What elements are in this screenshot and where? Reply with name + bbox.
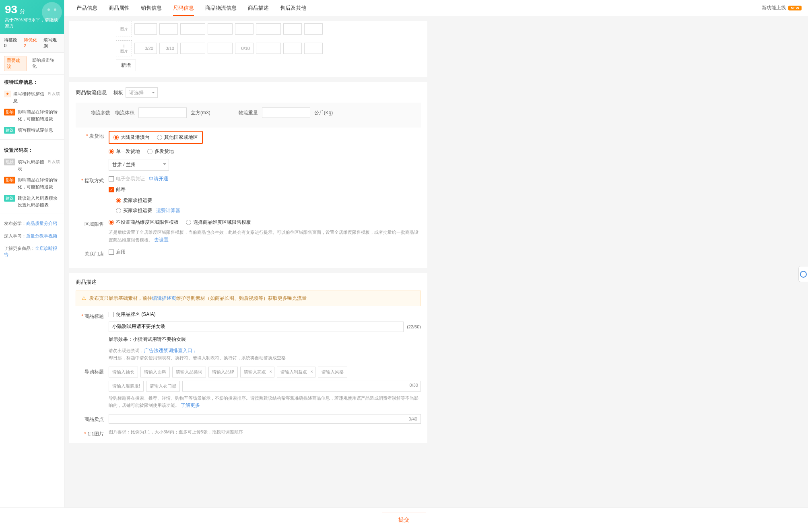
feedback-link[interactable]: ⎘ 反馈 — [48, 91, 60, 97]
tab-logistics-info[interactable]: 商品物流信息 — [200, 0, 242, 16]
status-fill-rules[interactable]: 填写规则 — [43, 37, 60, 49]
impact-tag: 影响 — [4, 109, 15, 115]
score-value: 93 — [5, 4, 17, 15]
sellpoint-input[interactable]: 0/40 — [109, 414, 421, 424]
quality-video-link[interactable]: 质量分教学视频 — [26, 233, 57, 238]
radio-multi-ship[interactable]: 多发货地 — [147, 148, 174, 155]
checkbox-use-brand[interactable]: 使用品牌名 (SAIA) — [109, 311, 156, 318]
impact-tag: 影响 — [4, 177, 15, 184]
size-cell[interactable] — [256, 23, 281, 35]
close-icon[interactable]: × — [270, 369, 272, 374]
apply-open-link[interactable]: 申请开通 — [149, 175, 168, 182]
feedback-link[interactable]: ⎘ 反馈 — [48, 159, 60, 165]
img-upload-box[interactable]: 图片 — [116, 21, 132, 37]
tab-after-sales[interactable]: 售后及其他 — [274, 0, 312, 16]
guide-char-count: 0/30 — [182, 381, 421, 392]
store-label: 关联门店 — [76, 249, 104, 258]
size-cell[interactable] — [235, 23, 254, 35]
footer-bar: 提交 — [0, 507, 808, 532]
template-select[interactable]: 请选择 — [126, 87, 158, 98]
size-status-item[interactable]: 现状 填写尺码参照表 ⎘ 反馈 — [0, 156, 64, 174]
checkbox-post[interactable]: 邮寄 — [109, 186, 126, 193]
size-cell[interactable] — [134, 23, 157, 35]
size-cell[interactable] — [180, 23, 205, 35]
volume-input[interactable] — [138, 107, 187, 118]
size-impact-item: 影响 影响商品在详情的转化，可能拍错退款 — [0, 174, 64, 192]
status-pending-optimize[interactable]: 待优化 2 — [24, 37, 39, 49]
size-cell[interactable] — [283, 23, 302, 35]
radio-no-region-limit[interactable]: 不设置商品维度区域限售模板 — [109, 219, 179, 226]
status-pending-fix[interactable]: 待整改 0 — [4, 37, 20, 49]
params-label: 物流参数 — [82, 107, 110, 116]
pill-important[interactable]: 重要建议 — [4, 56, 27, 71]
size-cell[interactable] — [159, 23, 178, 35]
score-subtext: 高于75%同行水平，请继续努力 — [5, 17, 59, 29]
status-row: 待整改 0 待优化 2 填写规则 — [0, 34, 64, 53]
title-char-count: (22/60) — [407, 324, 421, 329]
tabs-bar: 产品信息 商品属性 销售信息 尺码信息 商品物流信息 商品描述 售后及其他 新功… — [64, 0, 808, 16]
tab-product-attr[interactable]: 商品属性 — [103, 0, 135, 16]
tab-product-info[interactable]: 产品信息 — [71, 0, 103, 16]
float-help-widget[interactable] — [798, 266, 808, 282]
guide-placket-input[interactable]: 请输入衣门襟 — [146, 381, 180, 392]
freight-calc-link[interactable]: 运费计算器 — [156, 207, 180, 214]
size-cell[interactable] — [208, 23, 233, 35]
close-icon[interactable]: × — [311, 369, 313, 374]
new-feature[interactable]: 新功能上线 NEW — [762, 4, 802, 11]
radio-buyer-freight[interactable]: 买家承担运费 — [116, 207, 152, 214]
to-setting-link[interactable]: 去设置 — [154, 237, 169, 243]
more-products-row: 了解更多商品：全店诊断报告 — [0, 242, 64, 261]
guide-fabric-input[interactable]: 请输入面料 — [140, 367, 170, 377]
size-cell[interactable] — [304, 23, 323, 35]
radio-other-countries[interactable]: 其他国家或地区 — [157, 134, 198, 141]
product-title-input[interactable] — [109, 322, 404, 332]
size-cell[interactable]: 0/10 — [235, 43, 254, 54]
guide-category-input[interactable]: 请输入品类词 — [172, 367, 206, 377]
size-input-row-1: 图片 — [116, 21, 421, 37]
guide-title-label: 导购标题 — [76, 367, 104, 375]
guide-sleeve-input[interactable]: 请输入袖长 — [109, 367, 138, 377]
score-unit: 分 — [20, 8, 25, 14]
tab-sales-info[interactable]: 销售信息 — [135, 0, 167, 16]
logistics-card: 商品物流信息 模板 请选择 物流参数 物流体积 立方(m3) — [69, 82, 427, 268]
size-cell[interactable] — [304, 43, 323, 54]
model-star-item[interactable]: ★ 填写模特试穿信息 ⎘ 反馈 — [0, 88, 64, 106]
location-dropdown[interactable]: 甘肃 / 兰州 — [109, 159, 169, 171]
shipfrom-label: 发货地 — [76, 131, 104, 140]
learn-publish-row: 发布必学：商品质量分介绍 — [0, 217, 64, 230]
submit-button[interactable]: 提交 — [382, 513, 426, 527]
add-row-button[interactable]: 新增 — [116, 60, 136, 71]
size-cell[interactable] — [180, 43, 205, 54]
radio-region-limit-template[interactable]: 选择商品维度区域限售模板 — [186, 219, 251, 226]
learn-more-link[interactable]: 了解更多 — [181, 402, 200, 408]
plus-icon: + — [122, 43, 126, 49]
size-cell[interactable] — [256, 43, 281, 54]
size-cell[interactable] — [208, 43, 233, 54]
size-cell[interactable] — [283, 43, 302, 54]
tab-product-desc[interactable]: 商品描述 — [242, 0, 274, 16]
radio-single-ship[interactable]: 单一发货地 — [109, 148, 140, 155]
guide-fit-input[interactable]: 请输入服装版! — [109, 381, 144, 392]
star-icon: ★ — [4, 91, 11, 97]
checkbox-ecert[interactable]: 电子交易凭证 — [109, 175, 145, 182]
guide-style-input[interactable]: 请输入风格 — [318, 367, 347, 377]
size-cell[interactable]: 0/10 — [159, 43, 178, 54]
shipfrom-highlighted-box: 大陆及港澳台 其他国家或地区 — [109, 131, 203, 144]
weight-input[interactable] — [262, 107, 310, 118]
radio-mainland-hk-mo-tw[interactable]: 大陆及港澳台 — [113, 134, 150, 141]
edit-desc-link[interactable]: 编辑描述页 — [152, 295, 176, 301]
quality-intro-link[interactable]: 商品质量分介绍 — [26, 221, 57, 226]
tab-size-info[interactable]: 尺码信息 — [167, 0, 200, 16]
size-advice-item: 建议 建议进入尺码表模块设置尺码参照表 — [0, 192, 64, 210]
ad-law-link[interactable]: 广告法违禁词排查入口； — [144, 348, 197, 353]
size-cell[interactable]: 0/20 — [134, 43, 157, 54]
guide-brand-input[interactable]: 请输入品牌 — [208, 367, 238, 377]
checkbox-enable-store[interactable]: 启用 — [109, 249, 126, 256]
guide-highlight-input[interactable]: 请输入亮点× — [240, 367, 274, 377]
status-tag: 现状 — [4, 159, 15, 165]
guide-benefit-input[interactable]: 请输入利益点× — [277, 367, 315, 377]
pill-click-convert[interactable]: 影响点击转化 — [30, 56, 60, 71]
size-input-row-2: +图片 0/20 0/10 0/10 — [116, 40, 421, 56]
radio-seller-freight[interactable]: 卖家承担运费 — [116, 197, 152, 204]
img-upload-plus-box[interactable]: +图片 — [116, 40, 132, 56]
